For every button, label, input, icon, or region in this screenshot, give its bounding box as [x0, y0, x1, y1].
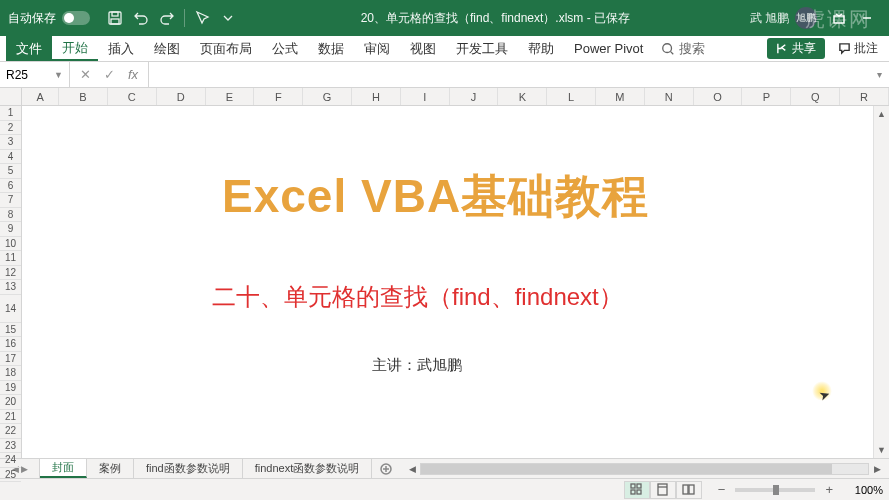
- cancel-icon[interactable]: ✕: [74, 64, 96, 86]
- tab-page-layout[interactable]: 页面布局: [190, 36, 262, 61]
- row-header-25[interactable]: 25: [0, 468, 21, 483]
- new-sheet-button[interactable]: [372, 459, 400, 478]
- tab-data[interactable]: 数据: [308, 36, 354, 61]
- zoom-in-button[interactable]: +: [821, 482, 837, 497]
- row-header-1[interactable]: 1: [0, 106, 21, 121]
- name-box-value: R25: [6, 68, 28, 82]
- vertical-scrollbar[interactable]: ▲ ▼: [873, 106, 889, 458]
- row-header-22[interactable]: 22: [0, 424, 21, 439]
- tab-insert[interactable]: 插入: [98, 36, 144, 61]
- row-header-16[interactable]: 16: [0, 337, 21, 352]
- column-header-P[interactable]: P: [742, 88, 791, 105]
- search-box[interactable]: 搜索: [653, 36, 713, 61]
- column-header-G[interactable]: G: [303, 88, 352, 105]
- scroll-down-icon[interactable]: ▼: [874, 442, 889, 458]
- qat-dropdown-icon[interactable]: [215, 0, 241, 36]
- column-header-A[interactable]: A: [22, 88, 59, 105]
- tab-draw[interactable]: 绘图: [144, 36, 190, 61]
- formula-input[interactable]: [149, 62, 869, 87]
- column-header-N[interactable]: N: [645, 88, 694, 105]
- touch-mode-icon[interactable]: [189, 0, 215, 36]
- tab-file[interactable]: 文件: [6, 36, 52, 61]
- tab-formulas[interactable]: 公式: [262, 36, 308, 61]
- undo-icon[interactable]: [128, 0, 154, 36]
- row-header-5[interactable]: 5: [0, 164, 21, 179]
- row-header-13[interactable]: 13: [0, 280, 21, 295]
- tab-view[interactable]: 视图: [400, 36, 446, 61]
- row-header-10[interactable]: 10: [0, 237, 21, 252]
- svg-rect-3: [834, 16, 844, 23]
- sheet-tab-2[interactable]: find函数参数说明: [134, 459, 243, 478]
- column-header-O[interactable]: O: [694, 88, 743, 105]
- sheet-tab-3[interactable]: findnext函数参数说明: [243, 459, 373, 478]
- column-header-I[interactable]: I: [401, 88, 450, 105]
- tab-power-pivot[interactable]: Power Pivot: [564, 36, 653, 61]
- row-header-18[interactable]: 18: [0, 366, 21, 381]
- row-header-15[interactable]: 15: [0, 323, 21, 338]
- tab-help[interactable]: 帮助: [518, 36, 564, 61]
- sheet-tab-0[interactable]: 封面: [40, 459, 87, 478]
- row-header-21[interactable]: 21: [0, 410, 21, 425]
- redo-icon[interactable]: [154, 0, 180, 36]
- share-button[interactable]: 共享: [767, 38, 825, 59]
- user-account[interactable]: 武 旭鹏 旭鹏: [750, 7, 817, 29]
- column-header-D[interactable]: D: [157, 88, 206, 105]
- fx-icon[interactable]: fx: [122, 64, 144, 86]
- toggle-switch[interactable]: [62, 11, 90, 25]
- minimize-icon[interactable]: [853, 4, 881, 32]
- row-header-20[interactable]: 20: [0, 395, 21, 410]
- horizontal-scrollbar[interactable]: ◀ ▶: [400, 459, 889, 478]
- row-header-6[interactable]: 6: [0, 179, 21, 194]
- zoom-controls: − + 100%: [714, 482, 883, 497]
- row-header-14[interactable]: 14: [0, 295, 21, 323]
- page-break-view-button[interactable]: [676, 481, 702, 499]
- column-header-H[interactable]: H: [352, 88, 401, 105]
- zoom-slider[interactable]: [735, 488, 815, 492]
- column-header-K[interactable]: K: [498, 88, 547, 105]
- ribbon-options-icon[interactable]: [825, 4, 853, 32]
- column-header-E[interactable]: E: [206, 88, 255, 105]
- zoom-percent[interactable]: 100%: [843, 484, 883, 496]
- row-header-19[interactable]: 19: [0, 381, 21, 396]
- page-layout-view-button[interactable]: [650, 481, 676, 499]
- tab-review[interactable]: 审阅: [354, 36, 400, 61]
- column-header-B[interactable]: B: [59, 88, 108, 105]
- column-header-Q[interactable]: Q: [791, 88, 840, 105]
- comments-button[interactable]: 批注: [829, 38, 887, 59]
- row-header-9[interactable]: 9: [0, 222, 21, 237]
- autosave-toggle[interactable]: 自动保存: [8, 10, 90, 27]
- enter-icon[interactable]: ✓: [98, 64, 120, 86]
- svg-rect-2: [111, 19, 119, 24]
- row-header-4[interactable]: 4: [0, 150, 21, 165]
- row-header-23[interactable]: 23: [0, 439, 21, 454]
- name-box[interactable]: R25 ▼: [0, 62, 70, 87]
- row-header-3[interactable]: 3: [0, 135, 21, 150]
- row-header-8[interactable]: 8: [0, 208, 21, 223]
- column-header-F[interactable]: F: [254, 88, 303, 105]
- scroll-left-icon[interactable]: ◀: [404, 464, 420, 474]
- column-header-M[interactable]: M: [596, 88, 645, 105]
- column-header-C[interactable]: C: [108, 88, 157, 105]
- select-all-corner[interactable]: [0, 88, 21, 106]
- normal-view-button[interactable]: [624, 481, 650, 499]
- name-box-dropdown-icon[interactable]: ▼: [54, 70, 63, 80]
- column-header-R[interactable]: R: [840, 88, 889, 105]
- row-header-24[interactable]: 24: [0, 453, 21, 468]
- row-header-2[interactable]: 2: [0, 121, 21, 136]
- column-header-J[interactable]: J: [450, 88, 499, 105]
- row-header-11[interactable]: 11: [0, 251, 21, 266]
- tab-home[interactable]: 开始: [52, 36, 98, 61]
- tab-developer[interactable]: 开发工具: [446, 36, 518, 61]
- sheet-tab-1[interactable]: 案例: [87, 459, 134, 478]
- save-icon[interactable]: [102, 0, 128, 36]
- row-header-7[interactable]: 7: [0, 193, 21, 208]
- scroll-right-icon[interactable]: ▶: [869, 464, 885, 474]
- scroll-up-icon[interactable]: ▲: [874, 106, 889, 122]
- row-header-17[interactable]: 17: [0, 352, 21, 367]
- svg-rect-14: [658, 484, 667, 495]
- cells-area[interactable]: Excel VBA基础教程 二十、单元格的查找（find、findnext） 主…: [22, 106, 889, 458]
- formula-expand-icon[interactable]: ▾: [869, 62, 889, 87]
- zoom-out-button[interactable]: −: [714, 482, 730, 497]
- row-header-12[interactable]: 12: [0, 266, 21, 281]
- column-header-L[interactable]: L: [547, 88, 596, 105]
